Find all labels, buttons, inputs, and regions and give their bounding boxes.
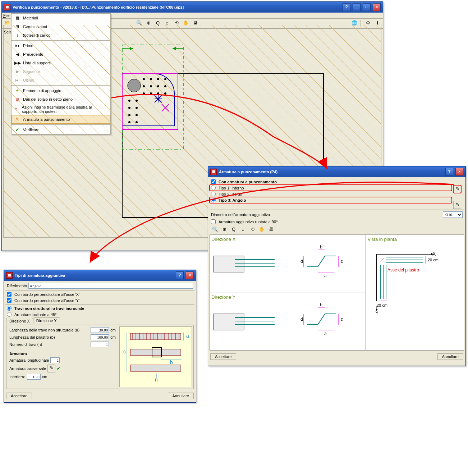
radio-tipo1[interactable]: [211, 186, 216, 190]
section-direzione-x: Direzione X: [210, 235, 366, 243]
tab-content: Larghezza della trave non strutturale (a…: [6, 325, 194, 389]
close-button[interactable]: ×: [455, 168, 463, 176]
svg-text:b: b: [170, 360, 173, 365]
chk-bordo-y-label: Con bordo perpendicolare all'asse 'Y': [14, 298, 79, 303]
chk-bordo-y[interactable]: [7, 298, 12, 303]
chk-con-armatura[interactable]: [211, 179, 216, 184]
print-icon[interactable]: 🖶: [267, 226, 275, 234]
svg-point-21: [136, 114, 138, 116]
svg-text:20 cm: 20 cm: [377, 303, 387, 307]
tab-direzione-y[interactable]: Direzione Y: [33, 317, 60, 324]
chk-con-armatura-label: Con armatura a punzonamento: [219, 180, 277, 184]
edit-tipo-icon[interactable]: ✎: [453, 185, 461, 193]
svg-text:b: b: [320, 244, 322, 250]
main-titlebar: ▦ Verifica a punzonamento - v2013.k - [D…: [2, 2, 383, 13]
svg-point-3: [128, 79, 141, 92]
svg-rect-78: [152, 348, 161, 357]
chk-bordo-x[interactable]: [7, 292, 12, 297]
edit-trasv-icon[interactable]: ✎: [47, 365, 55, 372]
zoom-in-icon[interactable]: Q: [230, 226, 238, 234]
svg-point-23: [136, 121, 138, 123]
svg-text:b: b: [320, 302, 322, 307]
larghezza-input[interactable]: [91, 327, 109, 333]
help-button[interactable]: ?: [445, 168, 453, 176]
materials-icon: ▦: [14, 15, 20, 21]
lunghezza-label: Lunghezza dal pilastro (b): [9, 335, 89, 339]
svg-line-25: [162, 104, 169, 111]
tab-direzione-x[interactable]: Direzione X: [6, 318, 33, 324]
help-button[interactable]: ?: [176, 271, 184, 279]
svg-rect-1: [122, 45, 183, 149]
numero-input[interactable]: [91, 342, 109, 347]
svg-text:a: a: [324, 273, 327, 278]
svg-text:a: a: [186, 333, 189, 339]
dialog-armatura-titlebar: ▦ Armatura a punzonamento (P4) ? ×: [208, 166, 465, 177]
diagram-direzione-y: bcda: [210, 301, 366, 341]
radio-inclinate[interactable]: [7, 312, 12, 317]
radio-travi[interactable]: [7, 306, 12, 311]
svg-rect-44: [214, 314, 244, 330]
svg-point-12: [143, 92, 145, 95]
svg-text:c: c: [341, 317, 343, 322]
svg-text:20 cm: 20 cm: [428, 258, 439, 262]
help-button[interactable]: ?: [343, 3, 350, 11]
app-icon: ▦: [210, 169, 217, 175]
menu-file[interactable]: FFileile: [3, 13, 10, 18]
dialog-armatura-title: Armatura a punzonamento (P4): [219, 170, 443, 174]
pan-icon[interactable]: ✋: [258, 226, 266, 234]
svg-point-13: [150, 92, 152, 95]
accettare-button[interactable]: Accettare: [210, 353, 236, 360]
svg-point-18: [128, 107, 130, 109]
dialog-tipi: ▦ Tipi di armatura aggiuntiva ? × Riferi…: [4, 270, 196, 403]
accettare-button[interactable]: Accettare: [6, 393, 32, 399]
dialog-arm-toolbar: 🔍 ⊕ Q ⌕ ⟲ ✋ 🖶: [210, 225, 464, 235]
radio-travi-label: Travi non strutturali o travi incrociate: [14, 306, 84, 311]
arm-long-input[interactable]: [50, 357, 60, 363]
app-icon: ▦: [6, 272, 13, 279]
diametro-select[interactable]: Ø10: [443, 211, 463, 218]
zoom-out-icon[interactable]: ⌕: [239, 226, 247, 234]
svg-point-10: [157, 85, 159, 87]
interferro-input[interactable]: [27, 374, 41, 380]
riferimento-label: Riferimento: [7, 284, 27, 288]
svg-line-26: [155, 95, 162, 102]
app-icon: ▦: [4, 4, 10, 10]
check-icon: ✔: [57, 366, 60, 371]
svg-point-20: [128, 114, 130, 116]
svg-rect-77: [130, 365, 181, 371]
chk-bordo-x-label: Con bordo perpendicolare all'asse 'X': [14, 292, 79, 297]
maximize-button[interactable]: □: [363, 3, 371, 11]
svg-point-19: [136, 107, 138, 109]
chk-ruotata[interactable]: [211, 219, 216, 224]
annullare-button[interactable]: Annullare: [437, 353, 463, 360]
riferimento-input[interactable]: [28, 283, 193, 289]
close-button[interactable]: ×: [186, 271, 194, 279]
tabbar: Direzione X Direzione Y: [5, 317, 194, 324]
svg-point-9: [150, 85, 152, 87]
svg-text:Asse del pilastro: Asse del pilastro: [387, 267, 419, 273]
annullare-button[interactable]: Annullare: [168, 393, 194, 399]
dialog-tipi-titlebar: ▦ Tipi di armatura aggiuntiva ? ×: [4, 270, 196, 281]
svg-rect-75: [130, 333, 181, 340]
menu-item-materiali[interactable]: ▦Materiali: [12, 14, 110, 22]
zoom-prev-icon[interactable]: ⟲: [248, 226, 256, 234]
edit-tipo2-icon[interactable]: ✎: [453, 201, 461, 209]
svg-point-15: [164, 92, 166, 95]
svg-text:X: X: [432, 251, 436, 257]
close-button[interactable]: ×: [373, 3, 381, 11]
diametro-label: Diametro dell'armatura aggiuntiva: [211, 212, 441, 217]
radio-tipo3[interactable]: [211, 198, 216, 202]
svg-point-8: [143, 85, 145, 87]
svg-text:Y: Y: [375, 310, 379, 316]
lunghezza-input[interactable]: [91, 334, 109, 340]
svg-rect-76: [130, 349, 181, 356]
radio-tipo2[interactable]: [211, 192, 216, 196]
svg-text:a: a: [324, 331, 327, 336]
zoom-window-icon[interactable]: 🔍: [211, 226, 219, 234]
svg-text:n: n: [155, 377, 158, 383]
svg-line-24: [162, 104, 169, 111]
minimize-button[interactable]: _: [353, 3, 361, 11]
svg-rect-2: [122, 74, 178, 129]
svg-point-4: [143, 78, 145, 80]
zoom-extend-icon[interactable]: ⊕: [220, 226, 228, 234]
